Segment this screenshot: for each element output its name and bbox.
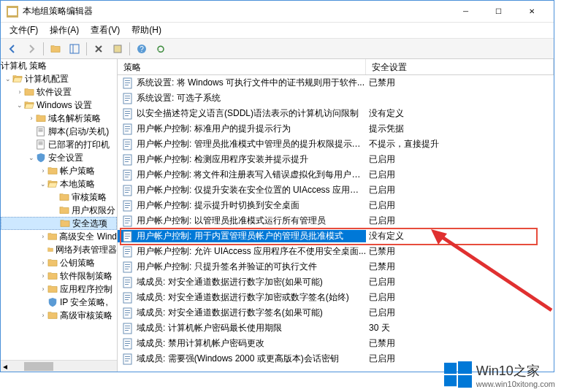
policy-text: 系统设置: 可选子系统: [137, 92, 221, 104]
up-button[interactable]: [47, 41, 64, 57]
svg-rect-9: [8, 8, 17, 15]
list-row[interactable]: 用户帐户控制: 标准用户的提升提示行为提示凭据: [118, 121, 554, 137]
tree-h-scrollbar[interactable]: ◂: [1, 360, 117, 372]
list-body[interactable]: 系统设置: 将 Windows 可执行文件中的证书规则用于软件...已禁用系统设…: [118, 75, 554, 372]
setting-text: 没有定义: [366, 230, 554, 242]
col-header-setting[interactable]: 安全设置: [366, 59, 554, 74]
policy-text: 用户帐户控制: 以管理员批准模式运行所有管理员: [137, 215, 326, 227]
list-row[interactable]: 域成员: 禁用计算机帐户密码更改已禁用: [118, 336, 554, 351]
tree-network-list[interactable]: 网络列表管理器: [1, 243, 117, 256]
list-row[interactable]: 用户帐户控制: 提示提升时切换到安全桌面已启用: [118, 198, 554, 213]
maximize-button[interactable]: ☐: [482, 1, 515, 22]
policy-icon: [122, 215, 134, 227]
svg-rect-17: [444, 375, 457, 386]
policy-text: 以安全描述符定义语言(SDDL)语法表示的计算机访问限制: [137, 107, 359, 120]
setting-text: 已启用: [366, 291, 554, 304]
policy-text: 用户帐户控制: 检测应用程序安装并提示提升: [137, 153, 308, 166]
show-tree-button[interactable]: [66, 41, 83, 57]
expand-icon[interactable]: ⌄: [27, 154, 36, 161]
tree-computer-config[interactable]: ⌄计算机配置: [1, 72, 117, 85]
tree-user-rights[interactable]: 用户权限分: [1, 204, 117, 217]
setting-text: 已启用: [366, 199, 554, 212]
list-row[interactable]: 用户帐户控制: 检测应用程序安装并提示提升已启用: [118, 152, 554, 167]
list-row[interactable]: 用户帐户控制: 只提升签名并验证的可执行文件已禁用: [118, 259, 554, 274]
setting-text: 30 天: [366, 322, 554, 334]
list-row[interactable]: 系统设置: 可选子系统: [118, 91, 554, 106]
forward-button[interactable]: [23, 41, 40, 57]
menu-file[interactable]: 文件(F): [4, 23, 44, 38]
expand-icon[interactable]: ›: [15, 88, 24, 96]
tree-audit-policy[interactable]: 审核策略: [1, 191, 117, 204]
tree-app-control[interactable]: ›应用程序控制: [1, 283, 117, 296]
tree-dns-policy[interactable]: ›域名解析策略: [1, 112, 117, 125]
list-row[interactable]: 域成员: 对安全通道数据进行数字加密或数字签名(始终)已启用: [118, 290, 554, 305]
policy-text: 用户帐户控制: 提示提升时切换到安全桌面: [137, 199, 299, 212]
menu-view[interactable]: 查看(V): [85, 23, 126, 38]
list-row[interactable]: 用户帐户控制: 将文件和注册表写入错误虚拟化到每用户位置已启用: [118, 167, 554, 182]
setting-text: 已启用: [366, 307, 554, 319]
properties-button[interactable]: [109, 41, 126, 57]
tree-windows-settings[interactable]: ⌄Windows 设置: [1, 99, 117, 112]
policy-text: 域成员: 禁用计算机帐户密码更改: [137, 337, 264, 350]
setting-text: 不提示，直接提升: [366, 138, 554, 150]
policy-icon: [122, 169, 134, 181]
list-row[interactable]: 系统设置: 将 Windows 可执行文件中的证书规则用于软件...已禁用: [118, 75, 554, 91]
expand-icon[interactable]: ⌄: [15, 101, 24, 109]
toolbar: ?: [1, 39, 554, 59]
policy-icon: [122, 323, 134, 334]
policy-icon: [122, 231, 134, 242]
tree-security-settings[interactable]: ⌄安全设置: [1, 151, 117, 164]
tree-scripts[interactable]: 脚本(启动/关机): [1, 125, 117, 138]
menu-action[interactable]: 操作(A): [44, 23, 85, 38]
setting-text: 已启用: [366, 153, 554, 166]
policy-icon: [122, 139, 134, 150]
policy-icon: [122, 93, 134, 104]
setting-text: 已启用: [366, 169, 554, 181]
list-row[interactable]: 以安全描述符定义语言(SDDL)语法表示的计算机访问限制没有定义: [118, 106, 554, 121]
minimize-button[interactable]: ─: [449, 1, 482, 22]
col-header-policy[interactable]: 策略: [118, 59, 366, 74]
watermark: Win10之家 www.win10xitong.com: [444, 361, 555, 389]
back-button[interactable]: [4, 41, 21, 57]
policy-text: 用户帐户控制: 将文件和注册表写入错误虚拟化到每用户位置: [137, 169, 366, 181]
tree-printers[interactable]: 已部署的打印机: [1, 138, 117, 151]
watermark-url: www.win10xitong.com: [476, 380, 555, 388]
menu-help[interactable]: 帮助(H): [126, 23, 167, 38]
tree-account-policy[interactable]: ›帐户策略: [1, 164, 117, 177]
tree-adv-audit[interactable]: ›高级审核策略: [1, 309, 117, 322]
setting-text: 提示凭据: [366, 123, 554, 135]
list-row[interactable]: 域成员: 计算机帐户密码最长使用期限30 天: [118, 320, 554, 336]
tree-panel[interactable]: 计算机 策略 ⌄计算机配置 ›软件设置 ⌄Windows 设置 ›域名解析策略 …: [1, 59, 118, 372]
tree-root[interactable]: 计算机 策略: [1, 59, 117, 72]
policy-text: 域成员: 对安全通道数据进行数字加密(如果可能): [137, 276, 323, 288]
list-row[interactable]: 用户帐户控制: 用于内置管理员帐户的管理员批准模式没有定义: [118, 228, 554, 244]
refresh-button[interactable]: [152, 41, 169, 57]
setting-text: 已禁用: [366, 261, 554, 273]
setting-text: 已禁用: [366, 337, 554, 350]
policy-text: 系统设置: 将 Windows 可执行文件中的证书规则用于软件...: [137, 77, 365, 89]
policy-text: 用户帐户控制: 用于内置管理员帐户的管理员批准模式: [137, 230, 343, 242]
list-row[interactable]: 域成员: 对安全通道数据进行数字签名(如果可能)已启用: [118, 305, 554, 320]
expand-icon[interactable]: ⌄: [4, 75, 12, 82]
tree-public-key[interactable]: ›公钥策略: [1, 256, 117, 269]
list-row[interactable]: 域成员: 对安全通道数据进行数字加密(如果可能)已启用: [118, 274, 554, 290]
tree-ip-security[interactable]: IP 安全策略,: [1, 296, 117, 309]
tree-security-options[interactable]: 安全选项: [1, 217, 117, 230]
svg-rect-16: [458, 361, 472, 374]
list-row[interactable]: 用户帐户控制: 允许 UIAccess 应用程序在不使用安全桌面...已禁用: [118, 244, 554, 259]
tree-software-settings[interactable]: ›软件设置: [1, 85, 117, 99]
menubar: 文件(F) 操作(A) 查看(V) 帮助(H): [1, 23, 554, 39]
list-header: 策略 安全设置: [118, 59, 554, 75]
policy-text: 域成员: 计算机帐户密码最长使用期限: [137, 322, 282, 334]
help-button[interactable]: ?: [133, 41, 150, 57]
close-button[interactable]: ✕: [515, 1, 548, 22]
delete-button[interactable]: [90, 41, 107, 57]
tree-local-policy[interactable]: ⌄本地策略: [1, 177, 117, 191]
tree-soft-restrict[interactable]: ›软件限制策略: [1, 269, 117, 283]
list-row[interactable]: 用户帐户控制: 仅提升安装在安全位置的 UIAccess 应用程序已启用: [118, 182, 554, 198]
policy-text: 用户帐户控制: 标准用户的提升提示行为: [137, 123, 291, 135]
tree-adv-security[interactable]: ›高级安全 Wind: [1, 230, 117, 243]
expand-icon[interactable]: ⌄: [39, 180, 47, 188]
list-row[interactable]: 用户帐户控制: 以管理员批准模式运行所有管理员已启用: [118, 213, 554, 228]
list-row[interactable]: 用户帐户控制: 管理员批准模式中管理员的提升权限提示的...不提示，直接提升: [118, 137, 554, 152]
